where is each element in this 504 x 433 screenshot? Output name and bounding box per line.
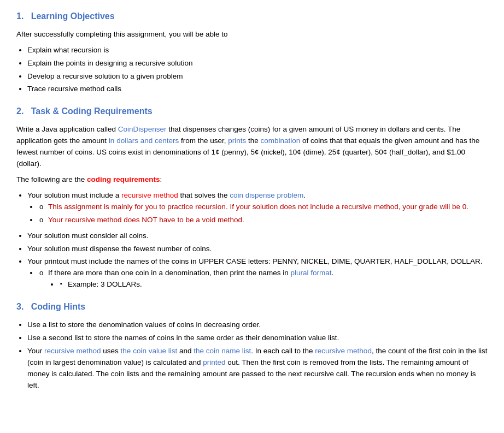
list-item: Explain what recursion is [27,45,488,56]
printed-text: printed [203,358,225,366]
list-item: Trace recursive method calls [27,84,488,95]
recursive-method-text: recursive method [121,191,178,199]
coinDispenser-text: CoinDispenser [118,125,167,133]
section-3-bullets: Use a list to store the denomination val… [27,319,488,392]
section-1-title: 1. Learning Objectives [16,10,488,23]
list-item: Your solution must consider all coins. [27,230,488,242]
list-item: Use a list to store the denomination val… [27,319,488,331]
combination-text: combination [261,137,301,145]
sub-list-1: This assignment is mainly for you to pra… [38,201,488,226]
recursive-method-hint2: recursive method [315,347,372,355]
page-content: 1. Learning Objectives After successfull… [16,10,488,392]
list-item: Your solution must dispense the fewest n… [27,244,488,255]
section-1: 1. Learning Objectives After successfull… [16,10,488,95]
sub-list-item: If there are more than one coin in a den… [38,268,488,290]
section-3-number: 3. [16,302,28,311]
list-item: Your recursive method uses the coin valu… [27,346,488,392]
sub-list-item: This assignment is mainly for you to pra… [38,201,488,213]
section-2-paragraph2: The following are the coding requirement… [16,174,488,186]
sub-item-2: Your recursive method does NOT have to b… [48,216,244,224]
list-item: Explain the points in designing a recurs… [27,58,488,69]
section-2-paragraph1: Write a Java application called CoinDisp… [16,124,488,170]
prints-text: prints [228,137,246,145]
recursive-method-hint: recursive method [44,347,101,355]
section-3: 3. Coding Hints Use a list to store the … [16,300,488,391]
section-1-intro: After successfully completing this assig… [16,29,488,40]
section-3-title: 3. Coding Hints [16,300,488,314]
requirements-list: Your solution must include a recursive m… [27,190,488,290]
sub-sub-list-item: Example: 3 DOLLARs. [59,279,488,290]
coding-requirements-label: coding requirements [87,175,160,183]
coin-dispense-text: coin dispense problem [230,191,303,199]
in-dollars-text: in dollars and centers [109,137,179,145]
sub-sub-list: Example: 3 DOLLARs. [59,279,488,290]
coin-name-list-text: the coin name list [194,347,251,355]
plural-text: plural format [291,269,332,277]
section-2: 2. Task & Coding Requirements Write a Ja… [16,105,488,290]
sub-list-2: If there are more than one coin in a den… [38,268,488,290]
list-item: Use a second list to store the names of … [27,333,488,344]
sub-list-item: Your recursive method does NOT have to b… [38,215,488,226]
list-item: Your printout must include the names of … [27,256,488,290]
section-2-number: 2. [16,106,28,116]
section-2-title: 2. Task & Coding Requirements [16,105,488,118]
list-item: Develop a recursive solution to a given … [27,71,488,82]
section-1-bullets: Explain what recursion is Explain the po… [27,45,488,96]
list-item: Your solution must include a recursive m… [27,190,488,226]
section-1-number: 1. [16,11,28,21]
sub-item-1: This assignment is mainly for you to pra… [48,203,468,211]
coin-value-list-text: the coin value list [121,347,178,355]
